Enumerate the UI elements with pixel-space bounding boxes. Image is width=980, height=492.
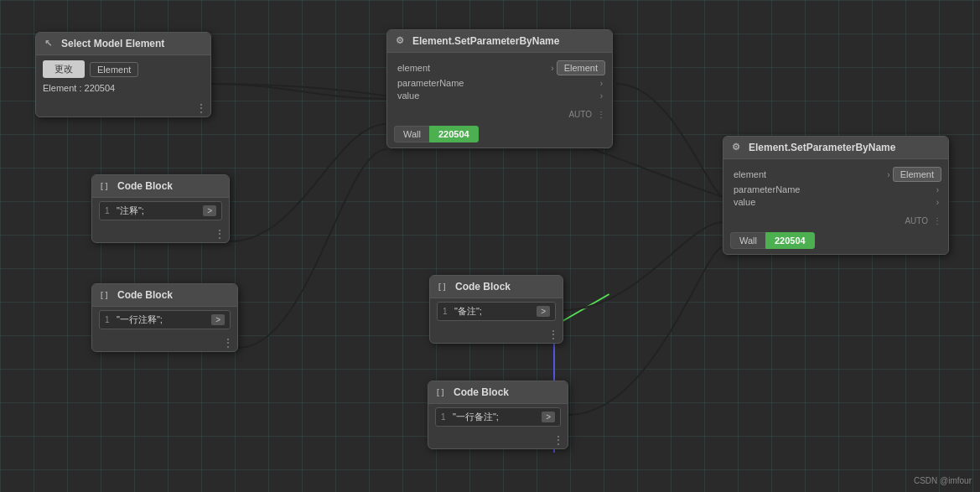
select-row: 更改 Element xyxy=(43,60,204,78)
set-param-2-header: Element.SetParameterByName xyxy=(723,137,948,159)
code-block-1-body: 1 "注释"; > xyxy=(92,198,229,225)
more-options-dots[interactable]: ⋮ xyxy=(36,100,210,117)
code-block-2-body: 1 "一行注释"; > xyxy=(92,307,237,334)
code-line-2: 1 "一行注释"; > xyxy=(99,310,231,329)
select-model-element-node: Select Model Element 更改 Element Element … xyxy=(35,32,211,117)
more-dots-cb1[interactable]: ⋮ xyxy=(92,225,229,242)
line-num-1: 1 xyxy=(105,206,113,215)
result-bar-1-container: Wall 220504 xyxy=(387,126,612,148)
port-parametername-label-1: parameterName xyxy=(394,78,598,88)
port-value-2: value › xyxy=(730,197,941,207)
bracket-icon-2 xyxy=(101,289,112,301)
more-dots-cb4[interactable]: ⋮ xyxy=(428,432,568,448)
code-text-4: "一行备注"; xyxy=(453,411,538,423)
bracket-icon-1 xyxy=(101,180,112,192)
port-value-1: value › xyxy=(394,91,605,101)
line-num-4: 1 xyxy=(441,412,449,422)
result-value-1: 220504 xyxy=(429,126,479,142)
code-block-node-4: Code Block 1 "一行备注"; > ⋮ xyxy=(428,381,568,449)
port-value-label-1: value xyxy=(394,91,598,101)
code-block-4-title: Code Block xyxy=(454,386,509,398)
port-parametername-label-2: parameterName xyxy=(730,184,934,194)
code-block-2-title: Code Block xyxy=(117,289,173,301)
code-block-3-header: Code Block xyxy=(430,276,563,298)
more-dots-cb3[interactable]: ⋮ xyxy=(430,326,563,343)
more-dots-cb2[interactable]: ⋮ xyxy=(92,334,237,351)
set-param-node-2: Element.SetParameterByName element › Ele… xyxy=(723,136,949,255)
auto-label-1: AUTO xyxy=(568,110,592,119)
cursor-icon xyxy=(44,38,56,49)
select-model-title: Select Model Element xyxy=(61,38,164,49)
port-element-label-1: element xyxy=(394,63,548,73)
set-param-2-footer: AUTO ⋮ xyxy=(723,215,948,229)
code-text-3: "备注"; xyxy=(454,305,533,318)
code-line-1: 1 "注释"; > xyxy=(99,201,222,220)
code-block-4-header: Code Block xyxy=(428,381,568,404)
bracket-icon-3 xyxy=(438,281,450,293)
result-bar-1: Wall 220504 xyxy=(394,126,605,142)
element-out-badge-2: Element xyxy=(893,167,941,182)
code-arrow-1: > xyxy=(203,205,216,216)
code-text-2: "一行注释"; xyxy=(117,313,208,326)
more-dots-setparam2[interactable]: ⋮ xyxy=(933,216,941,225)
code-line-4: 1 "一行备注"; > xyxy=(435,407,561,427)
code-block-3-title: Code Block xyxy=(455,281,511,293)
result-label-1: Wall xyxy=(394,126,429,142)
code-block-node-2: Code Block 1 "一行注释"; > ⋮ xyxy=(91,283,238,352)
set-param-2-title: Element.SetParameterByName xyxy=(749,142,895,153)
line-num-2: 1 xyxy=(105,315,113,324)
set-param-1-title: Element.SetParameterByName xyxy=(412,35,559,47)
code-block-node-1: Code Block 1 "注释"; > ⋮ xyxy=(91,174,230,243)
more-dots-setparam1[interactable]: ⋮ xyxy=(597,110,605,119)
code-block-2-header: Code Block xyxy=(92,284,237,307)
port-element-2: element › Element xyxy=(730,167,941,182)
port-element-1: element › Element xyxy=(394,60,605,75)
element-output-label: Element xyxy=(90,62,138,77)
code-block-3-body: 1 "备注"; > xyxy=(430,298,563,326)
select-model-body: 更改 Element Element : 220504 xyxy=(36,55,210,100)
result-value-2: 220504 xyxy=(765,232,815,249)
result-label-2: Wall xyxy=(730,232,765,249)
set-param-2-body: element › Element parameterName › value … xyxy=(723,159,948,215)
bracket-icon-4 xyxy=(437,386,449,398)
code-arrow-2: > xyxy=(211,314,225,325)
gear-icon-2 xyxy=(732,142,744,153)
watermark: CSDN @imfour xyxy=(914,476,972,485)
set-param-1-footer: AUTO ⋮ xyxy=(387,108,612,122)
update-button[interactable]: 更改 xyxy=(43,60,85,78)
element-id-label: Element : 220504 xyxy=(43,81,204,95)
code-text-1: "注释"; xyxy=(117,205,200,217)
port-parametername-1: parameterName › xyxy=(394,78,605,88)
set-param-1-header: Element.SetParameterByName xyxy=(387,30,612,53)
select-model-header: Select Model Element xyxy=(36,33,210,55)
port-parametername-2: parameterName › xyxy=(730,184,941,194)
set-param-1-body: element › Element parameterName › value … xyxy=(387,53,612,108)
result-bar-2-container: Wall 220504 xyxy=(723,232,948,254)
code-block-4-body: 1 "一行备注"; > xyxy=(428,404,568,432)
port-element-label-2: element xyxy=(730,169,884,179)
code-arrow-3: > xyxy=(537,306,550,317)
code-block-1-title: Code Block xyxy=(117,180,173,192)
element-out-badge-1: Element xyxy=(557,60,605,75)
port-value-label-2: value xyxy=(730,197,934,207)
auto-label-2: AUTO xyxy=(905,216,928,225)
result-bar-2: Wall 220504 xyxy=(730,232,941,249)
code-block-1-header: Code Block xyxy=(92,175,229,198)
gear-icon-1 xyxy=(396,35,407,47)
set-param-node-1: Element.SetParameterByName element › Ele… xyxy=(386,29,613,148)
code-arrow-4: > xyxy=(542,412,555,422)
line-num-3: 1 xyxy=(443,307,451,316)
code-block-node-3: Code Block 1 "备注"; > ⋮ xyxy=(429,275,563,344)
code-line-3: 1 "备注"; > xyxy=(437,302,556,321)
